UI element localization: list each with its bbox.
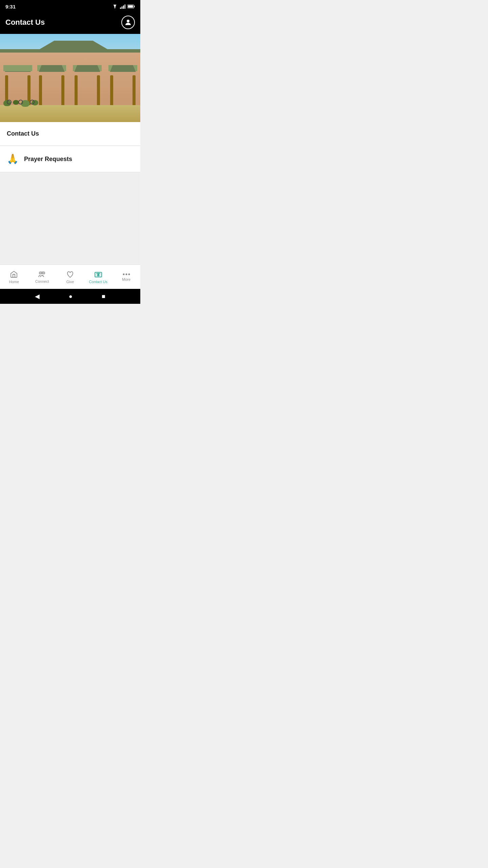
nav-home[interactable]: Home [0, 265, 28, 289]
contact-us-card[interactable]: Contact Us [0, 122, 140, 146]
svg-rect-2 [123, 5, 124, 9]
contact-us-icon [94, 270, 103, 278]
contact-us-nav-label: Contact Us [89, 280, 107, 284]
nav-give[interactable]: Give [56, 265, 84, 289]
home-button[interactable]: ● [69, 293, 73, 300]
content-spacer [0, 173, 140, 264]
more-icon [122, 273, 130, 276]
nav-more[interactable]: More [112, 265, 140, 289]
pergola-3 [71, 65, 103, 106]
svg-rect-5 [134, 6, 135, 7]
svg-rect-1 [122, 6, 123, 9]
svg-point-13 [98, 274, 99, 275]
ground [0, 105, 140, 122]
contact-us-label: Contact Us [7, 130, 39, 137]
svg-rect-6 [128, 5, 133, 8]
svg-point-15 [125, 273, 127, 275]
status-bar: 9:31 [0, 0, 140, 12]
give-icon [66, 270, 74, 278]
nav-connect[interactable]: Connect [28, 265, 56, 289]
prayer-icon: 🙏 [7, 154, 19, 164]
prayer-requests-card[interactable]: 🙏 Prayer Requests [0, 146, 140, 172]
battery-icon [127, 4, 135, 8]
wifi-icon [112, 4, 118, 9]
recent-button[interactable]: ■ [102, 293, 105, 300]
page-title: Contact Us [5, 18, 45, 27]
svg-rect-0 [120, 7, 121, 9]
home-icon [10, 270, 18, 278]
pergola-4 [107, 65, 139, 106]
profile-icon [124, 18, 132, 26]
more-label: More [122, 277, 130, 281]
profile-button[interactable] [121, 16, 135, 29]
content-area: Contact Us 🙏 Prayer Requests [0, 122, 140, 264]
svg-rect-3 [125, 4, 126, 9]
svg-point-14 [123, 273, 124, 275]
status-icons [112, 4, 135, 9]
pergola-2 [36, 65, 68, 106]
connect-label: Connect [35, 279, 49, 283]
prayer-requests-label: Prayer Requests [24, 156, 72, 163]
connect-icon [37, 271, 47, 278]
building-scene [0, 34, 140, 122]
app-header: Contact Us [0, 12, 140, 34]
system-nav: ◀ ● ■ [0, 289, 140, 304]
bottom-nav: Home Connect Give [0, 264, 140, 289]
back-button[interactable]: ◀ [35, 293, 40, 300]
give-label: Give [66, 280, 74, 284]
svg-point-7 [127, 20, 129, 22]
signal-icon [120, 4, 125, 9]
hero-image [0, 34, 140, 122]
svg-point-16 [128, 273, 130, 275]
home-label: Home [9, 280, 19, 284]
nav-contact-us[interactable]: Contact Us [84, 265, 112, 289]
roof-ridge [0, 49, 140, 53]
furniture [7, 100, 35, 104]
status-time: 9:31 [5, 4, 16, 9]
